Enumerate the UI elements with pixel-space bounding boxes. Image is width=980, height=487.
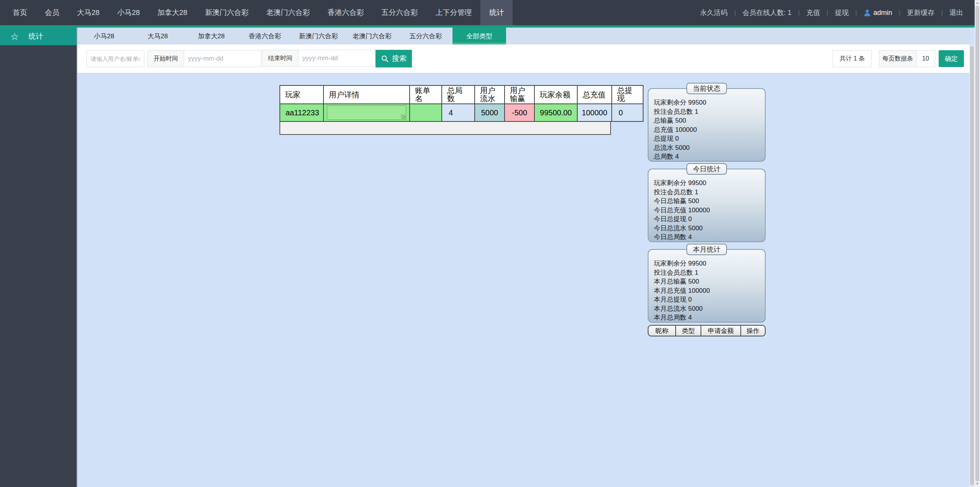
player-stats-table: 玩家 用户详情 账单名 总局数 用户流水 用户输赢 玩家余额 总充值 总提现 a… (279, 85, 644, 122)
end-date-group: 结束时间 搜索 (262, 50, 412, 67)
nav-item-old-macau[interactable]: 老澳门六合彩 (257, 0, 318, 25)
stat-line: 玩家剩余分 99500 (654, 98, 760, 107)
search-icon (381, 55, 389, 63)
panel-current-status-title: 当前状态 (686, 83, 727, 94)
search-input[interactable] (87, 50, 144, 67)
stat-line: 本月总充值 100000 (654, 286, 760, 295)
divider (855, 9, 857, 17)
col-header-player-balance: 玩家余额 (534, 85, 577, 104)
nav-item-members[interactable]: 会员 (36, 0, 68, 25)
nav-item-canada28[interactable]: 加拿大28 (149, 0, 196, 25)
tab-hongkong[interactable]: 香港六合彩 (238, 28, 292, 44)
stat-line: 本月总提现 0 (654, 295, 760, 304)
nav-accent-bar (0, 25, 975, 28)
divider (826, 9, 828, 17)
col-header-total-recharge: 总充值 (577, 85, 612, 104)
top-nav-menu: 首页 会员 大马28 小马28 加拿大28 新澳门六合彩 老澳门六合彩 香港六合… (4, 0, 513, 25)
panel-today-stats: 今日统计 玩家剩余分 99500 投注会员总数 1 今日总输赢 500 今日总充… (648, 169, 766, 242)
stat-line: 投注会员总数 1 (654, 107, 760, 116)
star-icon (10, 32, 19, 41)
withdraw-link[interactable]: 提现 (835, 8, 849, 17)
panel-month-stats: 本月统计 玩家剩余分 99500 投注会员总数 1 本月总输赢 500 本月总充… (648, 249, 766, 323)
col-header-user-winloss: 用户输赢 (505, 85, 534, 104)
top-nav-right: 永久活码 会员在线人数: 1 充值 提现 admin 更新缓存 退出 (700, 0, 963, 25)
stat-line: 今日总提现 0 (654, 215, 760, 224)
stat-line: 总提现 0 (654, 134, 760, 143)
nav-item-dama28[interactable]: 大马28 (68, 0, 108, 25)
req-col-type: 类型 (676, 326, 701, 336)
nav-item-new-macau[interactable]: 新澳门六合彩 (196, 0, 257, 25)
divider (798, 9, 800, 17)
panel-today-stats-title: 今日统计 (686, 163, 727, 175)
stat-line: 本月总输赢 500 (654, 277, 760, 286)
col-header-player: 玩家 (280, 85, 323, 104)
table-row: aa112233 4 5000 -500 99500.00 100000 0 (280, 104, 643, 121)
per-page-input[interactable] (916, 50, 935, 67)
tab-old-macau[interactable]: 老澳门六合彩 (345, 28, 399, 44)
admin-user-menu[interactable]: admin (864, 9, 892, 17)
end-date-input[interactable] (299, 50, 376, 67)
search-button[interactable]: 搜索 (376, 50, 412, 67)
cell-bill-name (410, 104, 442, 121)
refresh-cache-link[interactable]: 更新缓存 (907, 8, 934, 17)
cell-total-games: 4 (442, 104, 475, 121)
stat-line: 总充值 100000 (654, 125, 760, 134)
nav-item-wufen[interactable]: 五分六合彩 (372, 0, 426, 25)
stat-line: 总流水 5000 (654, 143, 760, 152)
panel-current-status-body: 玩家剩余分 99500 投注会员总数 1 总输赢 500 总充值 100000 … (648, 89, 765, 161)
tab-xiaoma28[interactable]: 小马28 (77, 28, 131, 44)
cell-total-recharge: 100000 (577, 104, 612, 121)
sidebar-item-label: 统计 (28, 31, 43, 41)
tab-new-macau[interactable]: 新澳门六合彩 (292, 28, 345, 44)
panel-current-status: 当前状态 玩家剩余分 99500 投注会员总数 1 总输赢 500 总充值 10… (648, 88, 766, 162)
page-scrollbar[interactable] (975, 0, 980, 487)
start-date-input[interactable] (184, 50, 261, 67)
col-header-user-detail: 用户详情 (323, 85, 410, 104)
divider (734, 9, 736, 17)
nav-item-hongkong[interactable]: 香港六合彩 (318, 0, 372, 25)
table-header-row: 玩家 用户详情 账单名 总局数 用户流水 用户输赢 玩家余额 总充值 总提现 (280, 85, 643, 104)
stat-line: 今日总局数 4 (654, 233, 760, 242)
logout-link[interactable]: 退出 (949, 8, 963, 17)
nav-item-xiaoma28[interactable]: 小马28 (108, 0, 149, 25)
sidebar-item-statistics[interactable]: 统计 (0, 28, 77, 45)
recharge-link[interactable]: 充值 (806, 8, 820, 17)
stat-line: 投注会员总数 1 (654, 268, 760, 277)
game-type-tabbar: 小马28 大马28 加拿大28 香港六合彩 新澳门六合彩 老澳门六合彩 五分六合… (77, 28, 969, 44)
scroll-up-arrow-icon[interactable] (975, 1, 980, 5)
start-date-group: 开始时间 (147, 50, 261, 67)
permanent-code-link[interactable]: 永久活码 (700, 8, 728, 17)
search-toolbar: 开始时间 结束时间 搜索 共计 1 条 每页数据条 确定 (77, 44, 969, 73)
search-button-label: 搜索 (392, 54, 407, 64)
page-scrollbar-thumb[interactable] (975, 6, 979, 481)
pagination-controls: 共计 1 条 每页数据条 确定 (833, 50, 964, 67)
per-page-label: 每页数据条 (879, 50, 916, 67)
end-date-label: 结束时间 (262, 50, 299, 67)
panel-month-stats-title: 本月统计 (686, 244, 727, 255)
request-table-header: 昵称 类型 申请金额 操作 (648, 325, 766, 336)
confirm-button[interactable]: 确定 (939, 50, 964, 67)
scroll-down-arrow-icon[interactable] (975, 482, 980, 486)
content-scrollbar-thumb[interactable] (970, 46, 974, 485)
tab-wufen[interactable]: 五分六合彩 (399, 28, 452, 44)
stat-line: 今日总流水 5000 (654, 224, 760, 233)
top-nav: 首页 会员 大马28 小马28 加拿大28 新澳门六合彩 老澳门六合彩 香港六合… (0, 0, 975, 25)
stat-line: 本月总流水 5000 (654, 304, 760, 313)
tab-dama28[interactable]: 大马28 (131, 28, 185, 44)
stat-line: 玩家剩余分 99500 (654, 179, 760, 188)
col-header-total-games: 总局数 (442, 85, 475, 104)
col-header-bill-name: 账单名 (410, 85, 442, 104)
stat-line: 今日总充值 100000 (654, 206, 760, 215)
req-col-nickname: 昵称 (648, 326, 676, 336)
nav-item-home[interactable]: 首页 (4, 0, 36, 25)
nav-item-statistics[interactable]: 统计 (480, 0, 513, 25)
cell-total-withdraw: 0 (612, 104, 643, 121)
tab-canada28[interactable]: 加拿大28 (185, 28, 238, 44)
nav-item-updown-manage[interactable]: 上下分管理 (426, 0, 480, 25)
content-scrollbar[interactable] (969, 45, 975, 487)
online-count-label: 会员在线人数: 1 (743, 8, 792, 17)
user-detail-textarea[interactable] (327, 105, 406, 120)
col-header-total-withdraw: 总提现 (612, 85, 643, 104)
tab-all-types[interactable]: 全部类型 (452, 28, 506, 44)
panel-month-stats-body: 玩家剩余分 99500 投注会员总数 1 本月总输赢 500 本月总充值 100… (648, 250, 765, 322)
